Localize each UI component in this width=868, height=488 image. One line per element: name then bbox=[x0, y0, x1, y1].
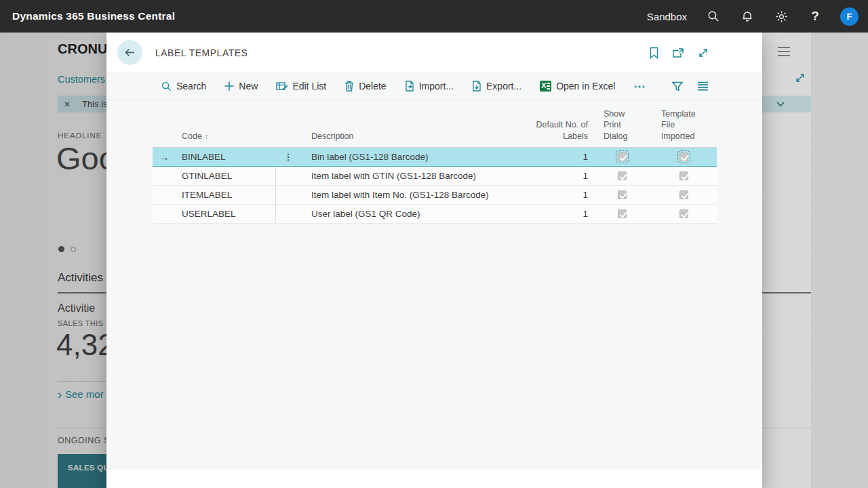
app-title[interactable]: Dynamics 365 Business Central bbox=[12, 10, 175, 22]
export-button[interactable]: Export... bbox=[472, 81, 521, 92]
edit-list-label: Edit List bbox=[292, 81, 326, 92]
notifications-bell-icon[interactable] bbox=[730, 0, 764, 33]
table-row-gtinlabel[interactable]: GTINLABEL Item label with GTIN (GS1-128 … bbox=[153, 167, 717, 186]
help-glyph: ? bbox=[811, 9, 819, 24]
choose-view-icon[interactable] bbox=[697, 81, 709, 91]
cell-description[interactable]: Bin label (GS1-128 Barcode) bbox=[300, 148, 513, 166]
selected-row-arrow-icon: → bbox=[153, 148, 176, 166]
open-in-new-window-icon[interactable] bbox=[672, 47, 684, 58]
new-label: New bbox=[239, 81, 258, 92]
dialog-header-icons bbox=[649, 47, 709, 59]
search-action-button[interactable]: Search bbox=[161, 81, 206, 92]
template-file-imported-checkbox[interactable] bbox=[679, 209, 688, 218]
export-label: Export... bbox=[486, 81, 521, 92]
cell-default-no-of-labels[interactable]: 1 bbox=[513, 148, 593, 166]
cell-code[interactable]: GTINLABEL bbox=[176, 167, 276, 185]
row-more-options-icon[interactable]: ⋮ bbox=[276, 148, 300, 166]
label-templates-dialog: LABEL TEMPLATES Search bbox=[106, 33, 762, 488]
more-options-icon[interactable]: ⋯ bbox=[633, 79, 646, 94]
table-row-binlabel[interactable]: → BINLABEL ⋮ Bin label (GS1-128 Barcode)… bbox=[153, 148, 717, 167]
cell-description[interactable]: Item label with GTIN (GS1-128 Barcode) bbox=[300, 167, 513, 185]
settings-gear-icon[interactable] bbox=[764, 0, 798, 33]
table-row-itemlabel[interactable]: ITEMLABEL Item label with Item No. (GS1-… bbox=[153, 186, 717, 205]
sort-ascending-icon: ↑ bbox=[204, 132, 208, 140]
excel-icon: X bbox=[540, 81, 551, 92]
search-action-label: Search bbox=[176, 81, 206, 92]
cell-description[interactable]: User label (GS1 QR Code) bbox=[300, 205, 513, 223]
column-header-default-no-of-labels[interactable]: Default No. of Labels bbox=[513, 119, 593, 148]
topbar: Dynamics 365 Business Central Sandbox ? … bbox=[0, 0, 868, 33]
show-print-dialog-checkbox[interactable] bbox=[618, 190, 627, 199]
delete-button[interactable]: Delete bbox=[344, 81, 386, 92]
search-icon[interactable] bbox=[696, 0, 730, 33]
environment-label[interactable]: Sandbox bbox=[647, 11, 687, 22]
cell-code[interactable]: BINLABEL bbox=[176, 148, 276, 166]
edit-list-button[interactable]: Edit List bbox=[276, 81, 326, 92]
open-in-excel-label: Open in Excel bbox=[556, 81, 615, 92]
table-body: → BINLABEL ⋮ Bin label (GS1-128 Barcode)… bbox=[153, 148, 717, 224]
column-header-template-file-imported[interactable]: Template File Imported bbox=[651, 108, 698, 148]
topbar-actions: Sandbox ? F bbox=[647, 0, 868, 33]
dialog-footer bbox=[106, 470, 762, 488]
dialog-header: LABEL TEMPLATES bbox=[106, 33, 762, 73]
page-title: LABEL TEMPLATES bbox=[155, 47, 248, 58]
cell-description[interactable]: Item label with Item No. (GS1-128 Barcod… bbox=[300, 186, 513, 204]
template-file-imported-checkbox[interactable] bbox=[679, 190, 688, 199]
template-file-imported-checkbox[interactable] bbox=[679, 171, 688, 180]
table-row-userlabel[interactable]: USERLABEL User label (GS1 QR Code) 1 bbox=[153, 205, 717, 224]
show-print-dialog-checkbox[interactable] bbox=[618, 171, 627, 180]
expand-icon[interactable] bbox=[697, 47, 709, 59]
column-header-show-print-dialog[interactable]: Show Print Dialog bbox=[593, 108, 644, 148]
table-header-row: Code ↑ Description Default No. of Labels… bbox=[153, 108, 717, 148]
cell-default-no-of-labels[interactable]: 1 bbox=[513, 167, 593, 185]
cell-code[interactable]: USERLABEL bbox=[176, 205, 276, 223]
delete-label: Delete bbox=[359, 81, 386, 92]
cell-default-no-of-labels[interactable]: 1 bbox=[513, 205, 593, 223]
new-button[interactable]: New bbox=[224, 81, 258, 92]
column-header-description[interactable]: Description bbox=[300, 131, 513, 148]
filter-icon[interactable] bbox=[672, 81, 683, 92]
cell-default-no-of-labels[interactable]: 1 bbox=[513, 186, 593, 204]
bookmark-icon[interactable] bbox=[649, 47, 659, 59]
avatar[interactable]: F bbox=[840, 7, 859, 26]
show-print-dialog-checkbox[interactable] bbox=[618, 152, 627, 161]
action-bar-right bbox=[672, 81, 709, 92]
column-header-code[interactable]: Code ↑ bbox=[176, 131, 276, 148]
cell-code[interactable]: ITEMLABEL bbox=[176, 186, 276, 204]
import-label: Import... bbox=[419, 81, 454, 92]
template-file-imported-checkbox[interactable] bbox=[679, 152, 688, 161]
action-bar: Search New Edit List Delete Import... bbox=[106, 73, 762, 100]
back-button[interactable] bbox=[117, 40, 142, 65]
help-icon[interactable]: ? bbox=[798, 0, 832, 33]
show-print-dialog-checkbox[interactable] bbox=[618, 209, 627, 218]
open-in-excel-button[interactable]: X Open in Excel bbox=[540, 81, 615, 92]
import-button[interactable]: Import... bbox=[405, 81, 454, 92]
